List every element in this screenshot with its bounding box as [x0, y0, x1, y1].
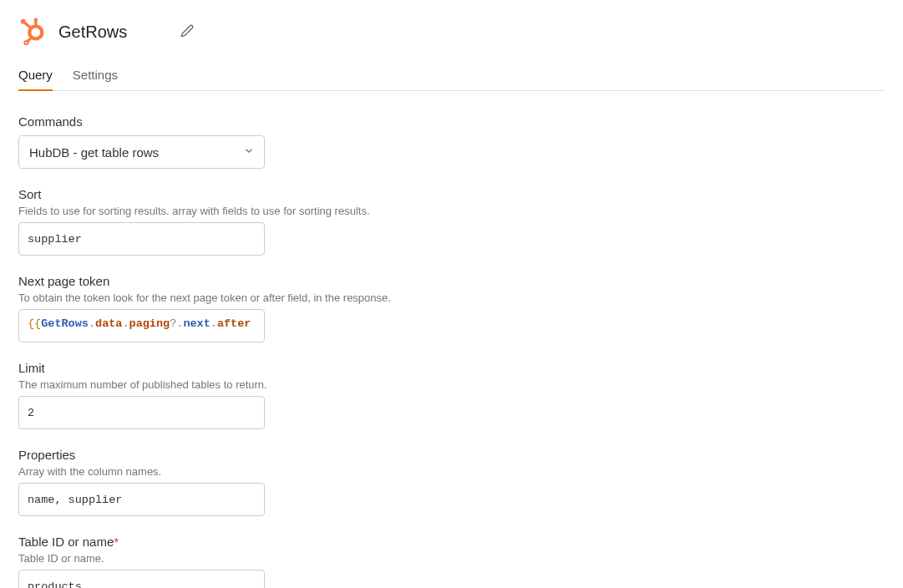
token-brace: {{ [28, 317, 41, 330]
token-dot: . [211, 317, 217, 330]
sort-input[interactable] [18, 222, 265, 256]
svg-line-3 [23, 22, 32, 29]
tabs: Query Settings [18, 63, 885, 91]
tab-settings[interactable]: Settings [73, 63, 118, 90]
limit-input[interactable] [18, 396, 265, 429]
token-next: next [183, 317, 210, 330]
page-title: GetRows [58, 23, 127, 42]
sort-helper: Fields to use for sorting results. array… [18, 205, 885, 217]
table-id-label: Table ID or name* [18, 535, 885, 549]
token-after: after [217, 317, 251, 330]
limit-helper: The maximum number of published tables t… [18, 378, 885, 391]
token-dot: . [89, 317, 95, 330]
hubspot-icon [18, 17, 47, 48]
token-paging: paging [129, 317, 170, 330]
tab-query[interactable]: Query [18, 63, 53, 90]
commands-select[interactable]: HubDB - get table rows [18, 135, 265, 169]
properties-helper: Array with the column names. [18, 465, 885, 478]
commands-label: Commands [18, 114, 885, 129]
svg-point-6 [24, 41, 28, 44]
token-ident: GetRows [41, 317, 89, 330]
next-page-token-helper: To obtain the token look for the next pa… [18, 291, 885, 304]
sort-label: Sort [18, 187, 885, 201]
commands-value: HubDB - get table rows [29, 145, 159, 160]
token-dot: . [122, 317, 129, 330]
table-id-label-text: Table ID or name [18, 535, 114, 549]
table-id-helper: Table ID or name. [18, 552, 885, 565]
limit-label: Limit [18, 361, 885, 375]
properties-input[interactable] [18, 483, 265, 516]
properties-label: Properties [18, 448, 885, 462]
required-asterisk: * [114, 535, 119, 549]
next-page-token-input[interactable]: {{GetRows.data.paging?.next.after [18, 309, 265, 342]
edit-icon[interactable] [180, 24, 194, 40]
next-page-token-label: Next page token [18, 274, 885, 288]
table-id-input[interactable] [18, 570, 265, 588]
token-data: data [95, 317, 122, 330]
